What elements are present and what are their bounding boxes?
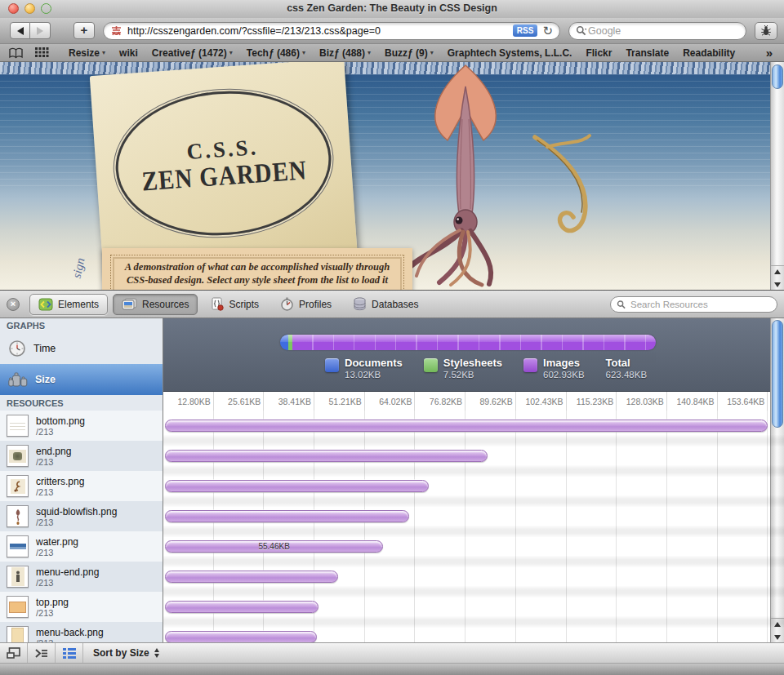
resources-icon <box>122 298 137 311</box>
inspector-search-field[interactable] <box>610 296 777 313</box>
dropdown-caret-icon: ▾ <box>368 49 371 56</box>
bookmarks-book-icon[interactable] <box>8 47 24 59</box>
inspector-close-button[interactable]: × <box>7 298 20 311</box>
resource-list-item[interactable]: critters.png/213 <box>0 471 163 501</box>
bookmark-items: Resize▾wikiCreativeƒ (1472)▾Techƒ (486)▾… <box>69 47 755 59</box>
scroll-down-button[interactable] <box>771 278 784 290</box>
page-scrollbar[interactable] <box>770 62 784 290</box>
ruler-tick-label: 51.21KB <box>314 392 365 411</box>
resource-list-item[interactable]: menu-end.png/213 <box>0 562 163 592</box>
bookmark-item[interactable]: Readability <box>683 47 735 59</box>
web-search-field[interactable] <box>568 22 746 40</box>
bookmark-item[interactable]: Resize▾ <box>69 47 105 59</box>
resource-size-bar <box>165 631 317 642</box>
resource-path: /213 <box>36 608 69 618</box>
legend-text: Stylesheets7.52KB <box>443 357 502 380</box>
tab-elements[interactable]: Elements <box>29 294 108 315</box>
dock-inspector-button[interactable] <box>0 643 28 663</box>
bookmark-label: wiki <box>119 47 138 59</box>
legend-label: Total <box>606 357 648 370</box>
browser-window: css Zen Garden: The Beauty in CSS Design… <box>0 0 784 675</box>
graph-size-item[interactable]: Size <box>0 364 163 395</box>
blue-list-icon <box>63 648 76 659</box>
tab-profiles-label: Profiles <box>299 299 332 310</box>
zen-garden-card: C.S.S. ZEN GARDEN <box>90 62 359 278</box>
down-arrow-icon <box>774 635 781 642</box>
dropdown-caret-icon: ▾ <box>229 49 233 56</box>
resource-list-item[interactable]: menu-back.png/213 <box>0 622 163 642</box>
sort-by-menu[interactable]: Sort by Size <box>83 643 169 663</box>
bookmark-label: Bizƒ (488) <box>319 47 365 59</box>
search-icon <box>576 25 586 36</box>
resource-info: water.png/213 <box>36 536 78 557</box>
ruler-tick-label: 102.43KB <box>516 392 567 411</box>
elements-icon <box>38 298 53 311</box>
ruler-tick-label: 76.82KB <box>415 392 466 411</box>
rss-badge[interactable]: RSS <box>513 24 538 37</box>
bookmarks-overflow-chevron[interactable]: » <box>766 46 773 60</box>
inspector-body: GRAPHS Time Size RESOURCES botto <box>0 318 784 642</box>
address-bar[interactable]: RSS ↻ <box>103 22 560 40</box>
tab-resources-label: Resources <box>142 299 189 310</box>
resource-size-bar: 55.46KB <box>165 540 383 553</box>
bookmark-item[interactable]: Bizƒ (488)▾ <box>319 47 371 59</box>
legend-swatch <box>325 358 339 372</box>
resource-path: /213 <box>36 638 104 643</box>
back-button[interactable] <box>10 22 30 39</box>
resource-info: bottom.png/213 <box>36 415 85 437</box>
page-scrollbar-thumb[interactable] <box>772 64 783 89</box>
bookmark-label: Translate <box>626 47 669 59</box>
resource-info: end.png/213 <box>36 446 71 467</box>
google-search-input[interactable] <box>586 24 739 38</box>
inspector-sidebar: GRAPHS Time Size RESOURCES botto <box>0 318 163 642</box>
tab-scripts[interactable]: Scripts <box>203 294 267 314</box>
resource-list-item[interactable]: bottom.png/213 <box>0 411 163 441</box>
tab-databases[interactable]: Databases <box>345 294 426 314</box>
legend-value: 13.02KB <box>345 370 403 380</box>
resource-thumbnail <box>7 566 29 588</box>
tab-resources[interactable]: Resources <box>113 294 198 315</box>
legend-label: Stylesheets <box>443 357 502 370</box>
scroll-up-button[interactable] <box>771 266 784 278</box>
bookmark-item[interactable]: Techƒ (486)▾ <box>247 47 305 59</box>
resource-name: water.png <box>36 536 78 548</box>
reload-icon[interactable]: ↻ <box>542 24 553 37</box>
bookmark-item[interactable]: Graphtech Systems, L.L.C. <box>448 47 572 59</box>
down-arrow-icon <box>774 282 781 290</box>
graph-size-label: Size <box>35 374 56 385</box>
title-bar[interactable]: css Zen Garden: The Beauty in CSS Design <box>0 0 784 18</box>
resource-list-item[interactable]: end.png/213 <box>0 441 163 471</box>
resource-rows-toggle-button[interactable] <box>56 643 83 663</box>
ruler-tick-label: 89.62KB <box>466 392 516 411</box>
intro-panel-frame: A demonstration of what can be accomplis… <box>110 255 404 290</box>
graph-time-item[interactable]: Time <box>0 333 163 364</box>
resource-info: menu-end.png/213 <box>36 566 99 588</box>
bookmark-item[interactable]: Buzzƒ (9)▾ <box>385 47 434 59</box>
window-resize-edge[interactable] <box>0 663 784 675</box>
resource-thumbnail <box>7 445 29 467</box>
dropdown-caret-icon: ▾ <box>430 49 434 56</box>
inspector-search-input[interactable] <box>629 299 771 310</box>
resource-list-item[interactable]: top.png/213 <box>0 592 163 622</box>
resource-name: top.png <box>36 597 69 608</box>
forward-button[interactable] <box>30 22 51 39</box>
resource-list-item[interactable]: squid-blowfish.png/213 <box>0 501 163 531</box>
bookmark-item[interactable]: Creativeƒ (1472)▾ <box>152 47 233 59</box>
top-sites-grid-icon[interactable] <box>35 47 49 58</box>
resource-list-item[interactable]: water.png/213 <box>0 531 163 562</box>
new-tab-button[interactable]: + <box>74 22 95 39</box>
scroll-down-button[interactable] <box>771 631 784 642</box>
tab-profiles[interactable]: Profiles <box>272 294 340 314</box>
report-bug-button[interactable] <box>755 22 777 40</box>
inspector-status-bar: Sort by Size <box>0 642 784 663</box>
summary-segment-documents <box>280 335 288 350</box>
bookmark-item[interactable]: wiki <box>119 47 138 59</box>
url-text[interactable] <box>126 24 513 38</box>
resource-path: /213 <box>36 548 78 557</box>
inspector-scrollbar-thumb[interactable] <box>772 320 783 428</box>
bookmark-item[interactable]: Translate <box>626 47 669 59</box>
bookmark-item[interactable]: Flickr <box>586 47 612 59</box>
console-button[interactable] <box>28 643 56 663</box>
legend-item: Documents13.02KB <box>325 357 403 380</box>
legend-text: Total623.48KB <box>606 357 648 380</box>
